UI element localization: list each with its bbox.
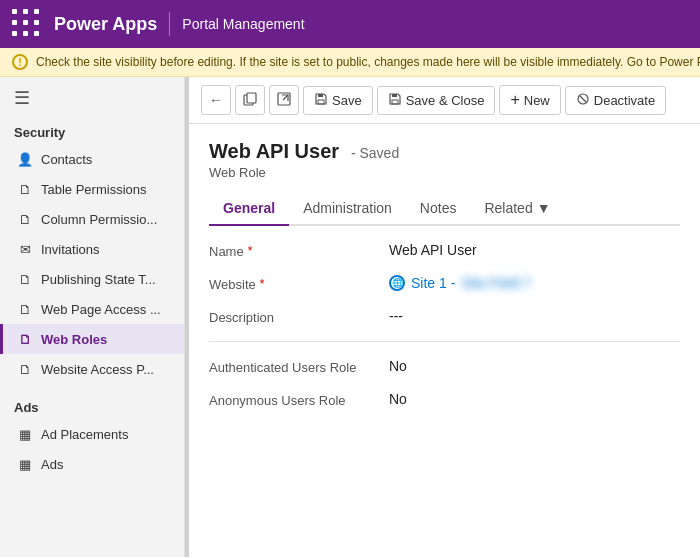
globe-icon: 🌐 xyxy=(389,275,405,291)
toolbar: ← xyxy=(189,77,700,124)
sidebar-item-web-page-access[interactable]: 🗋 Web Page Access ... xyxy=(0,294,184,324)
chevron-down-icon: ▼ xyxy=(537,200,551,216)
back-icon: ← xyxy=(209,92,223,108)
authenticated-users-label: Authenticated Users Role xyxy=(209,358,389,375)
tabs-bar: General Administration Notes Related ▼ xyxy=(209,192,680,226)
warning-bar: ! Check the site visibility before editi… xyxy=(0,48,700,77)
tab-administration[interactable]: Administration xyxy=(289,192,406,226)
record-title: Web API User xyxy=(209,140,339,162)
name-value[interactable]: Web API User xyxy=(389,242,680,258)
save-icon xyxy=(314,92,328,109)
popout-button[interactable] xyxy=(269,85,299,115)
field-row-name: Name * Web API User xyxy=(209,242,680,259)
table-permissions-icon: 🗋 xyxy=(17,181,33,197)
popout-icon xyxy=(277,92,291,109)
ad-placements-icon: ▦ xyxy=(17,426,33,442)
field-row-anonymous-users: Anonymous Users Role No xyxy=(209,391,680,408)
sidebar-item-web-roles[interactable]: 🗋 Web Roles xyxy=(0,324,184,354)
hamburger-button[interactable]: ☰ xyxy=(0,77,184,119)
authenticated-users-value[interactable]: No xyxy=(389,358,680,374)
sidebar-item-label: Website Access P... xyxy=(41,362,154,377)
field-row-description: Description --- xyxy=(209,308,680,325)
deactivate-icon xyxy=(576,92,590,109)
sidebar-item-column-permissions[interactable]: 🗋 Column Permissio... xyxy=(0,204,184,234)
anonymous-users-label: Anonymous Users Role xyxy=(209,391,389,408)
sidebar-item-label: Table Permissions xyxy=(41,182,147,197)
sidebar-section-ads: Ads xyxy=(0,394,184,419)
form-section-general: Name * Web API User Website * 🌐 Site 1 -… xyxy=(209,226,680,440)
tab-notes[interactable]: Notes xyxy=(406,192,471,226)
sidebar-item-label: Ad Placements xyxy=(41,427,128,442)
copy-button[interactable] xyxy=(235,85,265,115)
save-label: Save xyxy=(332,93,362,108)
svg-rect-1 xyxy=(247,93,256,103)
sidebar-item-table-permissions[interactable]: 🗋 Table Permissions xyxy=(0,174,184,204)
deactivate-button[interactable]: Deactivate xyxy=(565,86,666,115)
record-type: Web Role xyxy=(209,165,680,180)
warning-icon: ! xyxy=(12,54,28,70)
topbar: Power Apps Portal Management xyxy=(0,0,700,48)
new-label: New xyxy=(524,93,550,108)
tab-general[interactable]: General xyxy=(209,192,289,226)
sidebar-item-publishing-state[interactable]: 🗋 Publishing State T... xyxy=(0,264,184,294)
anonymous-users-value[interactable]: No xyxy=(389,391,680,407)
module-name: Portal Management xyxy=(182,16,304,32)
website-access-icon: 🗋 xyxy=(17,361,33,377)
svg-rect-4 xyxy=(318,94,323,97)
record-saved-status: - Saved xyxy=(351,145,399,161)
sidebar-item-contacts[interactable]: 👤 Contacts xyxy=(0,144,184,174)
field-row-website: Website * 🌐 Site 1 - Site Field 7 xyxy=(209,275,680,292)
website-value[interactable]: 🌐 Site 1 - Site Field 7 xyxy=(389,275,680,291)
save-close-icon xyxy=(388,92,402,109)
save-button[interactable]: Save xyxy=(303,86,373,115)
form-area: Web API User - Saved Web Role General Ad… xyxy=(189,124,700,557)
new-icon: + xyxy=(510,91,519,109)
sidebar-item-label: Column Permissio... xyxy=(41,212,157,227)
sidebar-item-label: Web Roles xyxy=(41,332,107,347)
topbar-divider xyxy=(169,12,170,36)
website-label: Website * xyxy=(209,275,389,292)
sidebar-item-label: Ads xyxy=(41,457,63,472)
column-permissions-icon: 🗋 xyxy=(17,211,33,227)
ads-icon: ▦ xyxy=(17,456,33,472)
sidebar-item-label: Invitations xyxy=(41,242,100,257)
record-header: Web API User - Saved Web Role xyxy=(209,140,680,180)
website-blurred-text: Site Field 7 xyxy=(461,275,531,291)
form-divider xyxy=(209,341,680,342)
copy-icon xyxy=(243,92,257,109)
save-close-label: Save & Close xyxy=(406,93,485,108)
field-row-authenticated-users: Authenticated Users Role No xyxy=(209,358,680,375)
invitations-icon: ✉ xyxy=(17,241,33,257)
svg-rect-6 xyxy=(392,94,397,97)
warning-message: Check the site visibility before editing… xyxy=(36,55,700,69)
content-area: ← xyxy=(189,77,700,557)
deactivate-label: Deactivate xyxy=(594,93,655,108)
save-close-button[interactable]: Save & Close xyxy=(377,86,496,115)
app-name: Power Apps xyxy=(54,14,157,35)
description-value[interactable]: --- xyxy=(389,308,680,324)
publishing-state-icon: 🗋 xyxy=(17,271,33,287)
sidebar-item-label: Web Page Access ... xyxy=(41,302,161,317)
sidebar-item-label: Publishing State T... xyxy=(41,272,156,287)
sidebar: ☰ Security 👤 Contacts 🗋 Table Permission… xyxy=(0,77,185,557)
sidebar-item-ad-placements[interactable]: ▦ Ad Placements xyxy=(0,419,184,449)
name-label: Name * xyxy=(209,242,389,259)
web-page-access-icon: 🗋 xyxy=(17,301,33,317)
new-button[interactable]: + New xyxy=(499,85,560,115)
required-star-website: * xyxy=(260,277,265,291)
apps-grid-icon[interactable] xyxy=(12,9,42,39)
main-layout: ☰ Security 👤 Contacts 🗋 Table Permission… xyxy=(0,77,700,557)
sidebar-item-ads[interactable]: ▦ Ads xyxy=(0,449,184,479)
contacts-icon: 👤 xyxy=(17,151,33,167)
sidebar-item-website-access[interactable]: 🗋 Website Access P... xyxy=(0,354,184,384)
sidebar-section-security: Security xyxy=(0,119,184,144)
website-link-text: Site 1 - xyxy=(411,275,455,291)
description-label: Description xyxy=(209,308,389,325)
sidebar-item-label: Contacts xyxy=(41,152,92,167)
back-button[interactable]: ← xyxy=(201,85,231,115)
required-star: * xyxy=(248,244,253,258)
tab-related[interactable]: Related ▼ xyxy=(470,192,564,226)
web-roles-icon: 🗋 xyxy=(17,331,33,347)
sidebar-item-invitations[interactable]: ✉ Invitations xyxy=(0,234,184,264)
